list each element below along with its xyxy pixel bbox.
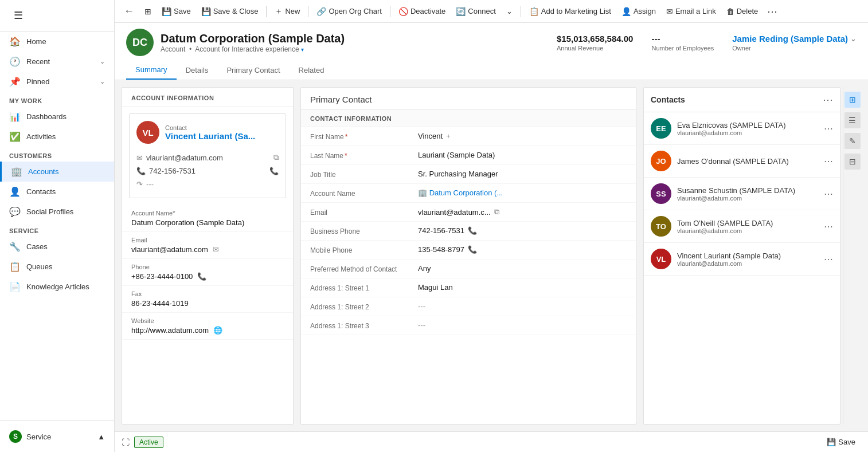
knowledge-articles-icon: 📄 [9,281,21,292]
contact-list-item-to[interactable]: TO Tom O'Neill (SAMPLE DATA) vlauriant@a… [644,210,840,243]
sidebar-label-home: Home [26,37,46,46]
pc-field-label-account-name: Account Name [310,188,413,198]
cl-name-vl: Vincent Lauriant (Sample Data) [677,251,818,260]
sidebar-item-pinned[interactable]: 📌 Pinned ⌄ [0,72,114,92]
call-icon[interactable]: 📞 [269,167,279,175]
contact-name[interactable]: Vincent Lauriant (Sa... [165,131,255,141]
owner-chevron[interactable]: ⌄ [850,34,857,43]
sidebar-item-knowledge-articles[interactable]: 📄 Knowledge Articles [0,277,114,297]
pc-value-text: --- [418,302,425,310]
cl-more-ss[interactable]: ⋯ [824,188,833,199]
sidebar-item-recent[interactable]: 🕐 Recent ⌄ [0,52,114,72]
back-button[interactable]: ← [119,3,139,19]
sidebar-item-activities[interactable]: ✅ Activities [0,127,114,147]
subtype-chevron[interactable]: ▾ [301,46,304,53]
cl-avatar-ss: SS [651,183,671,204]
layout-button[interactable]: ⊞ [140,5,156,18]
field-action-icon[interactable]: 🌐 [213,326,222,335]
sidebar-label-accounts: Accounts [28,167,58,176]
field-account-name-: Account Name*Datum Corporation (Sample D… [122,205,293,232]
contacts-more-button[interactable]: ⋯ [823,93,833,106]
divider-3 [390,6,390,17]
copy-icon[interactable]: ⧉ [494,207,499,217]
field-fax: Fax86-23-4444-1019 [122,286,293,313]
tab-primary-contact[interactable]: Primary Contact [217,61,289,80]
dashboards-icon: 📊 [9,111,21,122]
service-bottom-label: Service [26,433,51,441]
sidebar-label-contacts: Contacts [26,187,56,196]
sidebar-label-dashboards: Dashboards [26,112,67,121]
cl-more-ee[interactable]: ⋯ [824,123,833,134]
tab-details[interactable]: Details [177,61,218,80]
contacts-header: Contacts ⋯ [644,88,840,112]
contact-list-item-jo[interactable]: JO James O'donnal (SAMPLE DATA) ⋯ [644,145,840,178]
field-value: 86-23-4444-1019 [131,299,284,308]
pc-field-job-title: Job Title Sr. Purchasing Manager [301,165,636,184]
pc-field-value-last-name: Lauriant (Sample Data) [418,151,627,159]
phone-action-icon[interactable]: 📞 [468,245,477,254]
right-sidebar-edit-icon[interactable]: ✎ [844,133,861,149]
sidebar-item-dashboards[interactable]: 📊 Dashboards [0,107,114,127]
main-area: ← ⊞ 💾Save 💾Save & Close ＋New 🔗Open Org C… [115,0,868,452]
open-org-chart-button[interactable]: 🔗Open Org Chart [312,5,386,18]
hamburger-button[interactable]: ☰ [9,7,28,24]
sidebar-item-accounts[interactable]: 🏢 Accounts [0,162,114,182]
field-label: Website [131,317,284,324]
activities-icon: ✅ [9,131,21,142]
account-info-card: ACCOUNT INFORMATION VL Contact Vincent L… [122,87,294,425]
sidebar-item-social-profiles[interactable]: 💬 Social Profiles [0,202,114,222]
cl-email-to: vlauriant@adatum.com [677,227,818,234]
more-options-button[interactable]: ⋯ [764,3,781,20]
new-button[interactable]: ＋New [270,4,304,19]
owner-value[interactable]: Jamie Reding (Sample Data) [732,34,848,44]
expand-button[interactable]: ⛶ [122,438,130,447]
contact-list-item-ss[interactable]: SS Susanne Schustin (SAMPLE DATA) vlauri… [644,178,840,210]
sidebar-item-queues[interactable]: 📋 Queues [0,257,114,277]
contact-mini-card: VL Contact Vincent Lauriant (Sa... ✉ vla… [129,113,286,198]
pc-field-value-address-street3: --- [418,321,627,329]
cl-more-to[interactable]: ⋯ [824,221,833,232]
connect-button[interactable]: 🔄Connect [451,5,500,18]
email-a-link-button[interactable]: ✉Email a Link [662,5,721,18]
save-icon: 💾 [827,438,836,446]
copy-email-icon[interactable]: ⧉ [273,153,279,162]
right-sidebar-grid-icon[interactable]: ⊞ [844,92,861,108]
right-sidebar-table-icon[interactable]: ⊟ [844,154,861,170]
tab-related[interactable]: Related [290,61,334,80]
pc-field-value-job-title: Sr. Purchasing Manager [418,170,627,178]
field-label: Fax [131,290,284,297]
add-icon[interactable]: + [446,132,451,140]
cl-more-jo[interactable]: ⋯ [824,156,833,167]
pc-value-text: Any [418,264,431,273]
contact-extra-row: ↷ --- [136,178,279,191]
sidebar-item-cases[interactable]: 🔧 Cases [0,237,114,257]
add-to-marketing-list-button[interactable]: 📋Add to Marketing List [525,5,616,18]
right-sidebar-list-icon[interactable]: ☰ [844,112,861,128]
phone-action-icon[interactable]: 📞 [468,226,477,235]
deactivate-button[interactable]: 🚫Deactivate [394,5,450,18]
sidebar-item-contacts[interactable]: 👤 Contacts [0,182,114,202]
sidebar-item-home[interactable]: 🏠 Home [0,32,114,52]
bottom-save-button[interactable]: 💾 Save [821,435,861,449]
pc-value-text: Vincent [418,132,443,140]
save-close-button[interactable]: 💾Save & Close [197,5,263,18]
contact-list-item-vl[interactable]: VL Vincent Lauriant (Sample Data) vlauri… [644,243,840,276]
contact-list-item-ee[interactable]: EE Eva Elznicovas (SAMPLE DATA) vlaurian… [644,112,840,145]
save-button[interactable]: 💾Save [157,5,196,18]
assign-button[interactable]: 👤Assign [617,5,660,18]
account-link[interactable]: Datum Corporation (... [429,188,503,197]
field-website: Website http://www.adatum.com 🌐 [122,313,293,340]
field-action-icon[interactable]: ✉ [213,245,219,254]
tab-summary[interactable]: Summary [126,61,177,80]
dropdown-chevron-button[interactable]: ⌄ [502,5,517,18]
sidebar-label-queues: Queues [26,262,53,271]
pc-field-label-address-street2: Address 1: Street 2 [310,302,413,311]
cl-more-vl[interactable]: ⋯ [824,254,833,265]
recent-chevron: ⌄ [100,58,105,65]
entity-avatar: DC [126,29,154,56]
sidebar-bottom-service[interactable]: S Service ▲ [0,426,114,447]
cl-name-jo: James O'donnal (SAMPLE DATA) [677,157,818,166]
cl-name-ee: Eva Elznicovas (SAMPLE DATA) [677,121,818,129]
field-action-icon[interactable]: 📞 [197,272,206,281]
delete-button[interactable]: 🗑Delete [722,5,763,18]
